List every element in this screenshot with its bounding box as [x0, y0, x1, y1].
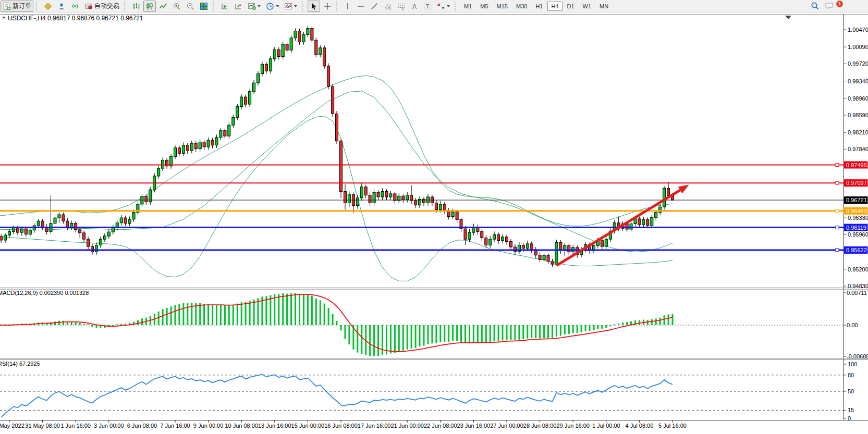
- timeframe-mn[interactable]: MN: [596, 2, 612, 11]
- rsi-line: [1, 374, 673, 417]
- arrows-tool-button[interactable]: [435, 1, 452, 12]
- zoom-in-button[interactable]: [170, 1, 183, 12]
- toolbar-separator: [36, 2, 39, 11]
- timeframe-h1[interactable]: H1: [532, 2, 546, 11]
- svg-text:80: 80: [848, 372, 854, 378]
- cursor-tool-button[interactable]: [308, 1, 320, 12]
- signal-icon: [71, 2, 79, 10]
- chart-canvas[interactable]: 1.004701.000900.997200.993400.989600.985…: [0, 0, 868, 434]
- auto-scroll-icon: [221, 2, 229, 10]
- new-order-icon: [3, 2, 11, 10]
- text-tool-button[interactable]: A: [409, 1, 420, 12]
- svg-text:29 Jun 16:00: 29 Jun 16:00: [556, 423, 590, 429]
- horizontal-lines[interactable]: [0, 164, 844, 252]
- svg-text:0.95960: 0.95960: [848, 231, 868, 238]
- chart-shift-marker[interactable]: [785, 16, 791, 19]
- svg-text:50: 50: [848, 388, 854, 394]
- svg-text:17 Jun 16:00: 17 Jun 16:00: [358, 423, 391, 429]
- trendline-tool-button[interactable]: [368, 1, 381, 12]
- timeframe-h4[interactable]: H4: [547, 2, 562, 11]
- vertical-line-tool-button[interactable]: [342, 1, 353, 12]
- vertical-line-icon: [344, 2, 351, 10]
- svg-text:22 Jun 08:00: 22 Jun 08:00: [424, 423, 457, 429]
- timeframe-m5[interactable]: M5: [476, 2, 492, 11]
- period-selector-button[interactable]: [264, 1, 281, 12]
- chart-line-button[interactable]: [157, 1, 169, 12]
- candles-layer: [0, 26, 674, 267]
- chat-bubble-icon: [825, 2, 834, 10]
- svg-text:1 Jul 00:00: 1 Jul 00:00: [592, 423, 620, 429]
- new-order-button[interactable]: 新订单: [1, 1, 33, 12]
- svg-text:0.96721: 0.96721: [846, 197, 867, 203]
- new-chart-icon: [248, 2, 256, 10]
- zoom-out-button[interactable]: [184, 1, 197, 12]
- timeframe-d1[interactable]: D1: [564, 2, 578, 11]
- toolbar-right-tools: 1: [808, 0, 837, 12]
- rsi-levels: [0, 375, 844, 411]
- zoom-in-icon: [173, 2, 181, 10]
- notification-badge[interactable]: 1: [836, 1, 843, 7]
- indicators-button[interactable]: [282, 1, 299, 12]
- crosshair-tool-button[interactable]: [321, 1, 334, 12]
- person-icon: [57, 2, 66, 10]
- svg-text:0.99340: 0.99340: [848, 78, 868, 84]
- clock-icon: [266, 2, 274, 10]
- market-watch-button[interactable]: [42, 1, 54, 12]
- autotrading-button[interactable]: 自动交易: [82, 1, 121, 12]
- search-icon: [811, 2, 820, 10]
- price-chart[interactable]: 1.004701.000900.997200.993400.989600.985…: [0, 0, 868, 434]
- timeframe-m15[interactable]: M15: [493, 2, 511, 11]
- crosshair-icon: [323, 2, 332, 10]
- notifications-button[interactable]: [823, 1, 836, 12]
- horizontal-line-icon: [357, 2, 365, 10]
- svg-text:0.96119: 0.96119: [846, 225, 866, 231]
- chevron-down-icon: [258, 5, 261, 7]
- candlestick-chart-icon: [145, 2, 154, 10]
- chart-shift-button[interactable]: [232, 1, 244, 12]
- svg-text:0.00: 0.00: [847, 322, 858, 328]
- chevron-down-icon: [294, 5, 297, 7]
- svg-text:16 Jun 08:00: 16 Jun 08:00: [324, 423, 358, 429]
- timeframe-m1[interactable]: M1: [460, 2, 475, 11]
- fibonacci-tool-button[interactable]: F: [395, 1, 408, 12]
- horizontal-line-tool-button[interactable]: [354, 1, 367, 12]
- community-button[interactable]: [55, 1, 68, 12]
- svg-text:13 Jun 16:00: 13 Jun 16:00: [258, 423, 291, 429]
- auto-scroll-button[interactable]: [218, 1, 231, 12]
- svg-text:0 May 2022: 0 May 2022: [0, 423, 25, 429]
- timeframe-m30[interactable]: M30: [512, 2, 531, 11]
- svg-text:-0.006888: -0.006888: [847, 353, 868, 359]
- svg-text:1.00470: 1.00470: [848, 27, 868, 33]
- macd-histogram: [0, 293, 673, 356]
- svg-text:T: T: [426, 4, 429, 9]
- svg-text:USDCHF-,H4 0.96817 0.96876 0.9: USDCHF-,H4 0.96817 0.96876 0.96721 0.967…: [8, 15, 143, 22]
- timeframe-w1[interactable]: W1: [579, 2, 595, 11]
- svg-text:A: A: [412, 3, 417, 10]
- text-label-tool-button[interactable]: T: [421, 1, 434, 12]
- svg-text:15 Jun 00:00: 15 Jun 00:00: [291, 423, 325, 429]
- chart-frame: [0, 15, 868, 420]
- search-button[interactable]: [809, 1, 822, 12]
- svg-text:0.97495: 0.97495: [846, 162, 867, 168]
- tile-windows-icon: [200, 2, 208, 10]
- toolbar: 新订单 自动交易: [0, 0, 868, 13]
- svg-text:0.98960: 0.98960: [848, 95, 868, 102]
- macd-label: MACD(12,26,9) 0.002390 0.001328: [0, 290, 89, 296]
- text-label-icon: T: [423, 2, 432, 10]
- signals-button[interactable]: [69, 1, 81, 12]
- svg-text:28 Jun 08:00: 28 Jun 08:00: [523, 423, 557, 429]
- new-chart-button[interactable]: [246, 1, 263, 12]
- svg-text:0.97840: 0.97840: [848, 146, 868, 152]
- tile-windows-button[interactable]: [198, 1, 210, 12]
- svg-text:E: E: [389, 6, 392, 10]
- chart-candles-button[interactable]: [143, 1, 156, 12]
- trend-arrow[interactable]: [556, 185, 689, 266]
- chart-bars-button[interactable]: [130, 1, 142, 12]
- equidistant-channel-tool-button[interactable]: E: [382, 1, 394, 12]
- svg-text:100: 100: [848, 361, 857, 367]
- rsi-axis: 1008050150: [844, 361, 858, 421]
- chart-title: USDCHF-,H4 0.96817 0.96876 0.96721 0.967…: [2, 15, 143, 22]
- toolbar-separator: [336, 2, 339, 11]
- svg-text:0.97097: 0.97097: [846, 180, 867, 186]
- toolbar-separator: [455, 2, 458, 11]
